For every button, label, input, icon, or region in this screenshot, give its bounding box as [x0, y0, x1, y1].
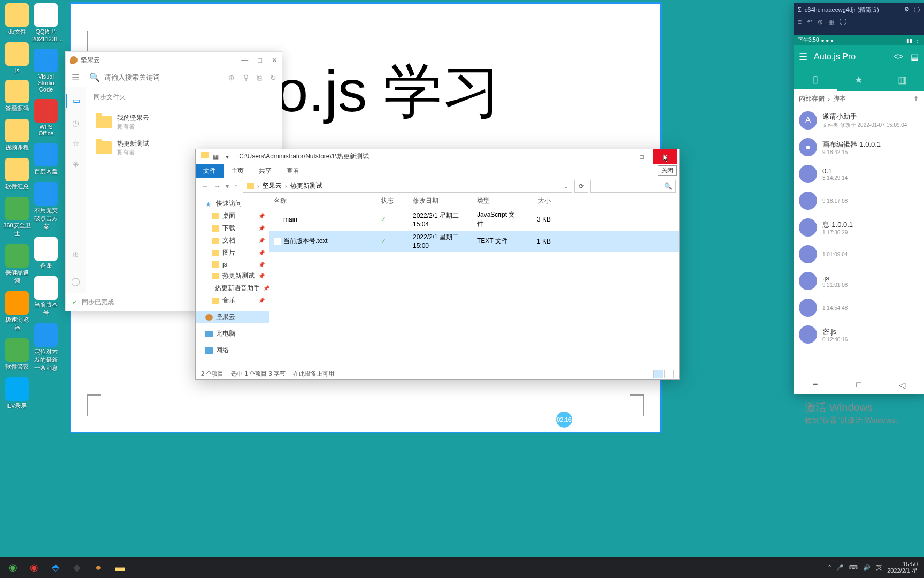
desktop-icon[interactable]: 软件管家: [3, 338, 31, 371]
desktop-icon[interactable]: js: [3, 42, 31, 73]
history-icon[interactable]: ↻: [270, 73, 276, 82]
desktop-icon[interactable]: 备课: [32, 237, 60, 270]
file-row[interactable]: main✓2022/2/1 星期二 15:04JavaScript 文件3 KB: [270, 208, 679, 231]
tab-starred[interactable]: ★: [837, 69, 880, 91]
grid-icon[interactable]: ▦: [828, 18, 834, 26]
target-icon[interactable]: ⊕: [818, 18, 823, 26]
tray-mic-icon[interactable]: 🎤: [836, 564, 844, 571]
explorer-titlebar[interactable]: ▦ ▾ | C:\Users\Administrator\Nutstore\1\…: [196, 149, 679, 164]
desktop-icon[interactable]: 视频课程: [3, 119, 31, 151]
menu-icon[interactable]: ☰: [66, 72, 85, 82]
tree-item[interactable]: 文档📌: [196, 234, 269, 247]
script-item[interactable]: 0.1 3 14:29:14: [794, 161, 924, 187]
script-item[interactable]: .js 9 21:01:08: [794, 268, 924, 294]
minimize-button[interactable]: —: [241, 56, 248, 64]
tray-ime[interactable]: 英: [876, 564, 882, 572]
gear-icon[interactable]: ⚙: [904, 6, 910, 14]
sidebar-tag-icon[interactable]: ◈: [73, 159, 79, 169]
taskbar-nutstore[interactable]: ●: [88, 557, 109, 578]
search-input[interactable]: [104, 73, 228, 81]
info-icon[interactable]: ⓘ: [914, 6, 920, 14]
tree-nutstore[interactable]: 坚果云: [196, 311, 269, 323]
maximize-button[interactable]: □: [630, 149, 653, 164]
script-item[interactable]: 息-1.0.0.1 1 17:36:29: [794, 214, 924, 241]
tree-item[interactable]: 音乐📌: [196, 294, 269, 307]
col-size[interactable]: 大小: [523, 194, 555, 208]
list-icon[interactable]: ≡: [798, 18, 802, 26]
tab-store[interactable]: ▥: [881, 69, 924, 91]
nav-home[interactable]: □: [837, 376, 880, 394]
bc-current[interactable]: 脚本: [833, 94, 846, 103]
tree-item[interactable]: 桌面📌: [196, 210, 269, 222]
desktop-icon[interactable]: 答题源码: [3, 80, 31, 112]
crumb-current[interactable]: 热更新测试: [290, 181, 322, 191]
tree-network[interactable]: 网络: [196, 344, 269, 356]
view-details-icon[interactable]: [653, 370, 663, 378]
tray-chevron-icon[interactable]: ^: [828, 564, 831, 571]
search-box[interactable]: 🔍: [590, 180, 676, 193]
tray-clock[interactable]: 15:50 2022/2/1 星: [887, 561, 918, 574]
desktop-icon[interactable]: 极速浏览器: [3, 291, 31, 332]
maximize-button[interactable]: □: [258, 56, 262, 64]
tab-share[interactable]: 共享: [251, 164, 279, 178]
up-icon[interactable]: ↥: [913, 95, 919, 103]
desktop-icon[interactable]: db文件: [3, 3, 31, 36]
add-icon[interactable]: ⊕: [228, 73, 235, 82]
script-item[interactable]: 1 14:54:48: [794, 294, 924, 321]
tree-item[interactable]: js📌: [196, 259, 269, 270]
col-type[interactable]: 类型: [473, 194, 523, 208]
code-icon[interactable]: <>: [893, 52, 903, 62]
fullscreen-icon[interactable]: ⛶: [840, 18, 846, 26]
menu-icon[interactable]: ☰: [799, 51, 807, 63]
desktop-icon[interactable]: 保健品追溯: [3, 244, 31, 285]
recent-button[interactable]: ▾: [226, 182, 229, 190]
tree-item[interactable]: 热更新测试📌: [196, 270, 269, 282]
tree-item[interactable]: 热更新语音助手📌: [196, 282, 269, 294]
column-headers[interactable]: 名称 状态 修改日期 类型 大小: [270, 194, 679, 208]
forward-button[interactable]: →: [214, 182, 220, 190]
close-button[interactable]: ✕ 关闭: [653, 149, 677, 164]
taskbar-vscode[interactable]: ⬘: [45, 557, 66, 578]
dropdown-icon[interactable]: ⌄: [563, 182, 568, 190]
script-item[interactable]: ●画布编辑器-1.0.0.1 9 18:42:15: [794, 134, 924, 161]
script-item[interactable]: 9 18:17:08: [794, 187, 924, 214]
desktop-icon[interactable]: Visual Studio Code: [32, 49, 60, 93]
close-button[interactable]: ✕: [272, 56, 278, 64]
up-button[interactable]: ↑: [234, 182, 237, 190]
desktop-icon[interactable]: 不用无突破点击方案: [32, 182, 60, 231]
tree-item[interactable]: 下载📌: [196, 222, 269, 234]
refresh-button[interactable]: ⟳: [574, 180, 588, 193]
taskbar-netease[interactable]: ◉: [24, 557, 45, 578]
taskbar-app[interactable]: ◆: [66, 557, 88, 578]
script-item[interactable]: A邀请小助手文件夹 修改于 2022-01-07 15:09:04: [794, 107, 924, 134]
minimize-button[interactable]: —: [606, 149, 630, 164]
emu-titlebar[interactable]: Σ c64hcmaaeewg4djr (精简版) ⚙ⓘ: [794, 3, 924, 16]
desktop-icon[interactable]: EV录屏: [3, 377, 31, 410]
dropdown-icon[interactable]: ▾: [222, 152, 232, 162]
script-item[interactable]: 1 01:09:04: [794, 241, 924, 268]
col-name[interactable]: 名称: [270, 194, 376, 208]
view-icons-icon[interactable]: [664, 370, 674, 378]
copy-icon[interactable]: ⎘: [257, 73, 261, 82]
jgy-titlebar[interactable]: 坚果云 — □ ✕: [66, 52, 282, 68]
sidebar-folder-icon[interactable]: ▭: [66, 94, 86, 108]
tree-this-pc[interactable]: 此电脑: [196, 328, 269, 340]
system-tray[interactable]: ^ 🎤 ⌨ 🔊 英 15:50 2022/2/1 星: [828, 561, 922, 574]
folder-item[interactable]: 我的坚果云拥有者: [94, 109, 274, 135]
col-date[interactable]: 修改日期: [409, 194, 473, 208]
taskbar-chrome[interactable]: ◉: [2, 557, 24, 578]
tree-quick-access[interactable]: ★快速访问: [196, 197, 269, 210]
doc-icon[interactable]: ▤: [911, 52, 919, 62]
desktop-icon[interactable]: 当前版本号: [32, 276, 60, 317]
tab-home[interactable]: 主页: [224, 164, 251, 178]
sidebar-recent-icon[interactable]: ◷: [72, 118, 79, 128]
script-item[interactable]: 密.js 0 12:40:16: [794, 321, 924, 348]
sidebar-star-icon[interactable]: ☆: [72, 139, 79, 148]
properties-icon[interactable]: ▦: [211, 152, 220, 162]
bc-root[interactable]: 内部存储: [799, 94, 825, 103]
taskbar[interactable]: ◉ ◉ ⬘ ◆ ● ▬ ^ 🎤 ⌨ 🔊 英 15:50 2022/2/1 星: [0, 557, 924, 578]
tree-item[interactable]: 图片📌: [196, 247, 269, 259]
share-icon[interactable]: ⚲: [243, 73, 249, 82]
desktop-icon[interactable]: WPS Office: [32, 99, 60, 136]
nav-back[interactable]: ◁: [881, 376, 924, 394]
